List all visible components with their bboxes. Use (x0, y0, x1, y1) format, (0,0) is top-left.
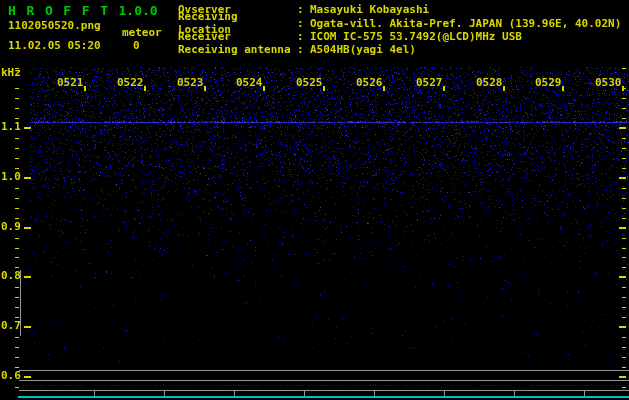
info-separator: : (297, 30, 310, 43)
time-label: 0523 (177, 77, 204, 88)
freq-label: 1.0 (1, 171, 21, 182)
time-label: 0521 (57, 77, 84, 88)
time-label: 0524 (236, 77, 263, 88)
time-label: 0530 (595, 77, 622, 88)
spectrogram-canvas (0, 0, 629, 400)
info-row: Receiving Location:Ogata-vill. Akita-Pre… (178, 16, 621, 29)
info-separator: : (297, 17, 310, 30)
app-title-text: H R O F F T (8, 3, 110, 18)
info-value: Masayuki Kobayashi (310, 3, 429, 16)
freq-label: 0.9 (1, 221, 21, 232)
observer-info-table: Ovserver:Masayuki KobayashiReceiving Loc… (178, 3, 621, 57)
freq-label: 0.7 (1, 320, 21, 331)
freq-label: 0.8 (1, 270, 21, 281)
y-axis-unit-label: kHz (1, 67, 21, 78)
meteor-counter-label: meteor (122, 27, 162, 38)
app-title: H R O F F T1.0.0 (8, 4, 158, 17)
info-value: ICOM IC-575 53.7492(@LCD)MHz USB (310, 30, 522, 43)
time-label: 0529 (535, 77, 562, 88)
app-version: 1.0.0 (119, 3, 158, 18)
info-row: Receiver:ICOM IC-575 53.7492(@LCD)MHz US… (178, 30, 621, 43)
time-label: 0527 (416, 77, 443, 88)
info-separator: : (297, 3, 310, 16)
observation-datetime: 11.02.05 05:20 (8, 40, 101, 51)
freq-label: 1.1 (1, 121, 21, 132)
time-label: 0525 (296, 77, 323, 88)
info-row: Receiving antenna:A504HB(yagi 4el) (178, 43, 621, 56)
hrofft-window: H R O F F T1.0.0 1102050520.png meteor 1… (0, 0, 629, 400)
info-value: A504HB(yagi 4el) (310, 43, 416, 56)
time-label: 0528 (476, 77, 503, 88)
freq-label: 0.6 (1, 370, 21, 381)
info-separator: : (297, 43, 310, 56)
output-filename: 1102050520.png (8, 20, 101, 31)
info-value: Ogata-vill. Akita-Pref. JAPAN (139.96E, … (310, 17, 621, 30)
meteor-counter-value: 0 (133, 40, 140, 51)
info-label: Receiver (178, 30, 297, 43)
time-label: 0526 (356, 77, 383, 88)
info-label: Receiving antenna (178, 43, 297, 56)
time-label: 0522 (117, 77, 144, 88)
